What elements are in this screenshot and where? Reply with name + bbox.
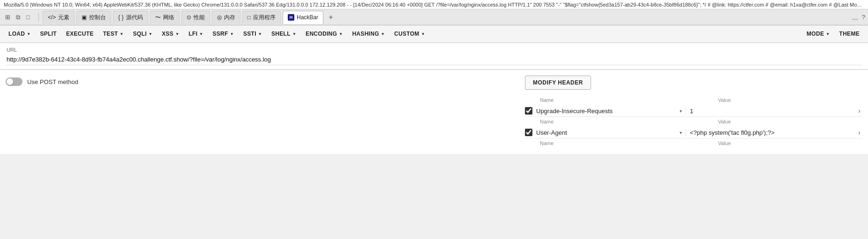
lfi-caret: ▼ <box>199 32 203 36</box>
header-expand-1[interactable]: › <box>856 107 862 115</box>
execute-button[interactable]: EXECUTE <box>61 27 98 41</box>
sqli-caret: ▼ <box>149 32 152 36</box>
custom-caret: ▼ <box>421 32 425 36</box>
right-section: MODIFY HEADER Name Value Upgrade-Insecur… <box>525 76 862 148</box>
post-method-toggle[interactable] <box>6 77 22 86</box>
source-icon: { } <box>118 14 123 21</box>
value-col-label-3: Value <box>718 139 731 146</box>
mode-button[interactable]: MODE ▼ <box>802 27 834 41</box>
header-checkbox-2[interactable] <box>525 129 532 136</box>
value-col-label-2: Value <box>718 118 731 125</box>
header-row-2: User-Agent ▾ <?php system('tac fl0g.php'… <box>525 127 862 139</box>
test-button[interactable]: TEST ▼ <box>98 27 128 41</box>
encoding-button[interactable]: ENCODING ▼ <box>301 27 347 41</box>
shell-caret: ▼ <box>292 32 296 36</box>
header-column-labels: Name Value <box>525 95 862 105</box>
ssti-caret: ▼ <box>258 32 262 36</box>
test-caret: ▼ <box>120 32 124 36</box>
hashing-caret: ▼ <box>381 32 385 36</box>
ssti-button[interactable]: SSTI ▼ <box>239 27 267 41</box>
mode-caret: ▼ <box>826 32 830 36</box>
tab-application[interactable]: □ 应用程序 <box>242 11 281 24</box>
name-col-label-2: Name <box>540 118 699 125</box>
url-label: URL <box>6 47 862 53</box>
post-method-toggle-container: Use POST method <box>6 77 78 86</box>
url-input[interactable] <box>6 54 862 65</box>
encoding-caret: ▼ <box>339 32 343 36</box>
tab-divider-1 <box>38 13 39 22</box>
hackbar-main: URL <box>0 43 868 70</box>
hackbar-toolbar: LOAD ▼ SPLIT EXECUTE TEST ▼ SQLI ▼ XSS ▼… <box>0 25 868 43</box>
name-col-label: Name <box>540 96 699 103</box>
tab-performance[interactable]: ⊙ 性能 <box>181 11 210 24</box>
tab-hackbar[interactable]: H HackBar <box>283 11 323 24</box>
square-icon[interactable]: □ <box>23 13 33 22</box>
network-icon: 〜 <box>155 14 161 22</box>
header-column-labels-3: Name Value <box>525 139 862 148</box>
ssrf-caret: ▼ <box>230 32 234 36</box>
value-col-label: Value <box>718 96 731 103</box>
more-options-button[interactable]: ... <box>852 13 858 22</box>
theme-button[interactable]: THEME <box>835 27 865 41</box>
ssrf-button[interactable]: SSRF ▼ <box>208 27 239 41</box>
header-value-col-2: <?php system('tac fl0g.php');?> › <box>690 129 862 136</box>
header-name-col-1: Upgrade-Insecure-Requests ▾ <box>536 108 686 115</box>
load-caret: ▼ <box>27 32 30 36</box>
log-bar: Mozilla/5.0 (Windows NT 10.0; Win64; x64… <box>0 0 868 9</box>
header-checkbox-1[interactable] <box>525 107 532 115</box>
header-row-1: Upgrade-Insecure-Requests ▾ 1 › <box>525 105 862 117</box>
hackbar-bottom: Use POST method MODIFY HEADER Name Value… <box>0 70 868 154</box>
tab-source[interactable]: { } 源代码 <box>113 11 148 24</box>
load-button[interactable]: LOAD ▼ <box>4 27 35 41</box>
xss-button[interactable]: XSS ▼ <box>157 27 184 41</box>
modify-header-button[interactable]: MODIFY HEADER <box>525 76 591 90</box>
split-button[interactable]: SPLIT <box>35 27 61 41</box>
post-method-label: Use POST method <box>27 78 78 85</box>
header-name-dropdown-1[interactable]: ▾ <box>680 108 682 114</box>
tab-network[interactable]: 〜 网络 <box>150 11 180 24</box>
memory-icon: ◎ <box>217 14 222 21</box>
screenshot-icon[interactable]: ⊞ <box>3 13 12 22</box>
console-icon: ▣ <box>82 14 87 21</box>
hackbar-icon: H <box>288 14 294 21</box>
url-divider <box>0 69 868 69</box>
lfi-button[interactable]: LFI ▼ <box>184 27 208 41</box>
help-button[interactable]: ? <box>862 14 865 21</box>
tab-memory[interactable]: ◎ 内存 <box>212 11 240 24</box>
code-icon: </> <box>48 14 56 21</box>
header-expand-2[interactable]: › <box>856 129 862 136</box>
browser-tab-bar: ⊞ ⧉ □ </> 元素 ▣ 控制台 { } 源代码 〜 网络 ⊙ 性能 ◎ 内… <box>0 9 868 25</box>
left-section: Use POST method <box>6 76 516 148</box>
header-name-col-2: User-Agent ▾ <box>536 129 686 136</box>
custom-button[interactable]: CUSTOM ▼ <box>389 27 430 41</box>
header-column-labels-2: Name Value <box>525 117 862 127</box>
app-icon: □ <box>247 14 251 21</box>
name-col-label-3: Name <box>540 139 699 146</box>
tab-more-area: ... ? <box>852 13 865 22</box>
header-value-col-1: 1 › <box>690 107 862 115</box>
shell-button[interactable]: SHELL ▼ <box>267 27 301 41</box>
new-tab-button[interactable]: + <box>325 12 337 23</box>
perf-icon: ⊙ <box>187 14 191 21</box>
hashing-button[interactable]: HASHING ▼ <box>347 27 389 41</box>
xss-caret: ▼ <box>175 32 179 36</box>
sqli-button[interactable]: SQLI ▼ <box>128 27 157 41</box>
copy-icon[interactable]: ⧉ <box>13 13 22 22</box>
tab-elements[interactable]: </> 元素 <box>43 11 75 24</box>
tab-console[interactable]: ▣ 控制台 <box>76 11 111 24</box>
header-name-dropdown-2[interactable]: ▾ <box>680 130 682 135</box>
